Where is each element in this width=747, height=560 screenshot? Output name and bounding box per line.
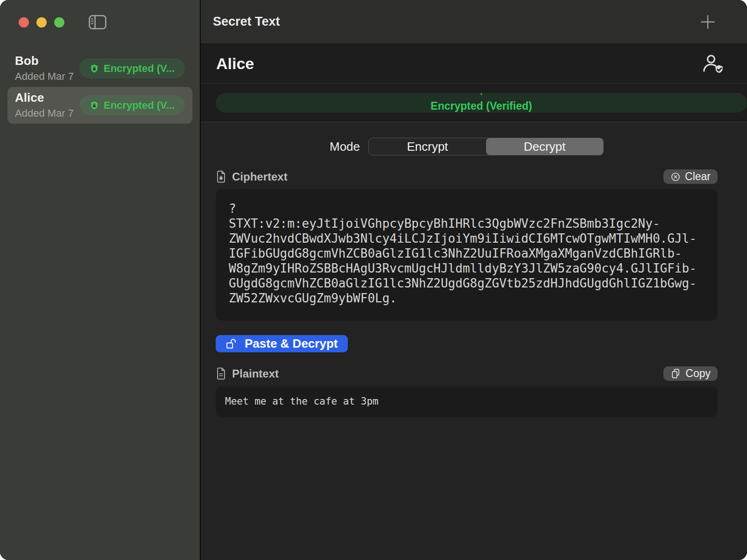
main-panel: Secret Text Alice: [201, 0, 747, 560]
paste-decrypt-button[interactable]: Paste & Decrypt: [216, 335, 348, 352]
copy-button[interactable]: Copy: [663, 366, 718, 381]
zoom-window-button[interactable]: [54, 17, 64, 28]
close-window-button[interactable]: [19, 17, 29, 28]
contact-added-date: Added Mar 7: [15, 107, 74, 119]
paste-decrypt-label: Paste & Decrypt: [245, 336, 338, 351]
app-window: Bob Added Mar 7 Encrypted (V... Alice Ad…: [0, 0, 747, 560]
lock-open-icon: [226, 338, 239, 349]
detail-content: Mode Encrypt Decrypt Ciphertext: [201, 122, 747, 560]
mode-row: Mode Encrypt Decrypt: [216, 138, 718, 155]
contact-title: Alice: [216, 55, 254, 73]
ciphertext-label: Ciphertext: [232, 170, 288, 183]
plaintext-label-group: Plaintext: [216, 367, 279, 380]
mode-segmented-control: Encrypt Decrypt: [368, 138, 604, 155]
contact-info: Alice Added Mar 7: [15, 91, 74, 119]
x-circle-icon: [670, 172, 681, 182]
shield-lock-icon: [90, 64, 99, 73]
encrypted-badge-label: Encrypted (V...: [104, 63, 175, 75]
encrypted-status-badge: Encrypted (V...: [79, 58, 185, 78]
ciphertext-header-row: Ciphertext Clear: [216, 169, 718, 184]
plus-icon: [700, 14, 715, 29]
plaintext-output[interactable]: Meet me at the cafe at 3pm: [216, 386, 718, 417]
copy-icon: [670, 368, 681, 379]
add-contact-button[interactable]: [700, 14, 715, 29]
toggle-sidebar-button[interactable]: [89, 15, 106, 29]
contact-added-date: Added Mar 7: [15, 70, 74, 83]
contact-info: Bob Added Mar 7: [15, 54, 74, 83]
verified-badge-strip: Encrypted (Verified): [201, 84, 747, 122]
encrypted-verified-badge: Encrypted (Verified): [216, 93, 747, 112]
document-icon: [216, 367, 226, 380]
contact-header: Alice: [201, 44, 747, 84]
shield-lock-icon: [90, 101, 99, 110]
contact-name: Bob: [15, 54, 74, 68]
mode-label: Mode: [330, 140, 360, 154]
person-verified-icon[interactable]: [701, 54, 724, 74]
clear-button-label: Clear: [685, 170, 711, 183]
contact-list: Bob Added Mar 7 Encrypted (V... Alice Ad…: [0, 50, 200, 124]
shield-lock-icon: [476, 93, 486, 95]
plaintext-label: Plaintext: [232, 367, 279, 380]
ciphertext-textarea[interactable]: ? STXT:v2:m:eyJtIjoiVGhpcyBpcyBhIHRlc3Qg…: [216, 189, 718, 321]
ciphertext-label-group: Ciphertext: [216, 170, 288, 183]
contact-row-bob[interactable]: Bob Added Mar 7 Encrypted (V...: [7, 50, 192, 87]
traffic-lights: [19, 17, 64, 28]
mode-encrypt-segment[interactable]: Encrypt: [369, 138, 486, 155]
minimize-window-button[interactable]: [36, 17, 47, 28]
copy-button-label: Copy: [685, 367, 711, 380]
main-titlebar: Secret Text: [201, 0, 747, 44]
app-title: Secret Text: [213, 14, 280, 29]
clear-button[interactable]: Clear: [663, 169, 718, 184]
document-lock-icon: [216, 170, 226, 183]
sidebar-toggle-icon: [89, 15, 106, 29]
mode-decrypt-segment[interactable]: Decrypt: [486, 138, 603, 155]
sidebar: Bob Added Mar 7 Encrypted (V... Alice Ad…: [0, 0, 201, 560]
verified-badge-label: Encrypted (Verified): [430, 100, 532, 112]
sidebar-titlebar: [0, 0, 200, 44]
plaintext-header-row: Plaintext Copy: [216, 366, 718, 381]
encrypted-status-badge: Encrypted (V...: [79, 95, 185, 115]
contact-row-alice[interactable]: Alice Added Mar 7 Encrypted (V...: [7, 87, 192, 124]
encrypted-badge-label: Encrypted (V...: [104, 99, 175, 112]
contact-name: Alice: [15, 91, 74, 105]
